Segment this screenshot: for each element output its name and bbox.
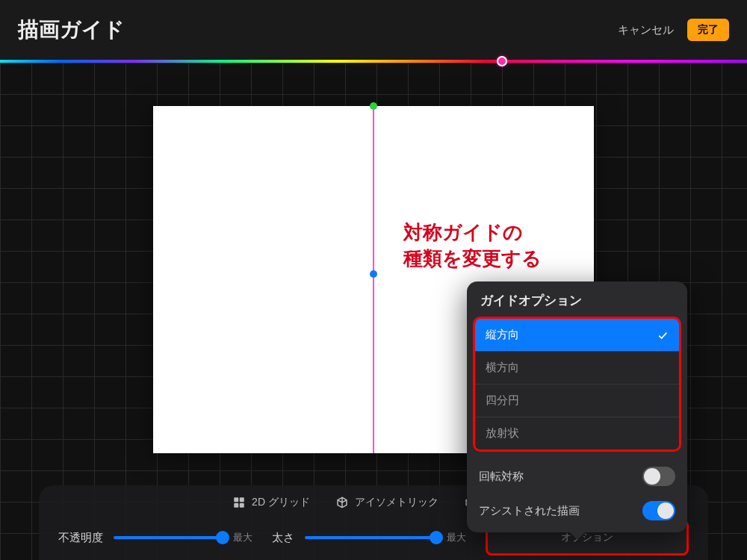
symmetry-center-handle[interactable] (370, 270, 377, 278)
popover-tail (570, 532, 585, 540)
popover-title: ガイドオプション (467, 281, 687, 317)
done-button[interactable]: 完了 (687, 19, 729, 41)
assisted-drawing-label: アシストされた描画 (479, 504, 580, 518)
cube-icon (335, 496, 349, 509)
symmetry-option-radial-label: 放射状 (486, 426, 519, 441)
mode-isometric-label: アイソメトリック (355, 496, 438, 509)
symmetry-guide-line[interactable] (373, 106, 374, 453)
annotation-line2: 種類を変更する (403, 247, 542, 270)
mode-2d-grid-label: 2D グリッド (252, 496, 310, 509)
assisted-drawing-toggle[interactable] (642, 501, 675, 520)
guide-options-popover: ガイドオプション 縦方向 横方向 四分円 放射状 回転対称 アシストされた (467, 281, 687, 532)
symmetry-option-horizontal[interactable]: 横方向 (475, 351, 679, 384)
check-icon (657, 329, 669, 341)
svg-rect-0 (234, 497, 238, 502)
symmetry-option-radial[interactable]: 放射状 (475, 417, 679, 449)
grid-icon (232, 496, 246, 509)
annotation-line1: 対称ガイドの (403, 221, 523, 243)
mode-2d-grid[interactable]: 2D グリッド (232, 496, 310, 509)
cancel-button[interactable]: キャンセル (618, 23, 674, 37)
page-title: 描画ガイド (18, 16, 618, 44)
opacity-thumb[interactable] (216, 531, 229, 544)
top-bar: 描画ガイド キャンセル 完了 (0, 0, 747, 60)
assisted-drawing-row: アシストされた描画 (467, 494, 687, 528)
opacity-slider-block: 不透明度 最大 (58, 531, 252, 545)
thickness-value: 最大 (447, 531, 466, 544)
symmetry-option-quadrant[interactable]: 四分円 (475, 384, 679, 417)
mode-isometric[interactable]: アイソメトリック (335, 496, 438, 509)
svg-rect-1 (240, 497, 244, 502)
opacity-slider[interactable] (114, 536, 223, 539)
canvas-stage: 対称ガイドの 種類を変更する ガイドオプション 縦方向 横方向 四分円 放射状 … (0, 63, 747, 560)
rotational-symmetry-toggle[interactable] (642, 467, 675, 486)
thickness-thumb[interactable] (430, 531, 443, 544)
symmetry-option-vertical-label: 縦方向 (486, 328, 519, 342)
rotational-symmetry-label: 回転対称 (479, 470, 524, 484)
annotation-text: 対称ガイドの 種類を変更する (403, 220, 542, 272)
symmetry-option-horizontal-label: 横方向 (486, 361, 519, 375)
svg-rect-2 (234, 503, 238, 508)
thickness-slider[interactable] (305, 536, 436, 539)
rotational-symmetry-row: 回転対称 (467, 459, 687, 494)
thickness-label: 太さ (272, 531, 294, 545)
symmetry-top-handle[interactable] (370, 102, 377, 110)
opacity-value: 最大 (233, 531, 252, 544)
thickness-slider-block: 太さ 最大 (272, 531, 466, 545)
color-spectrum-slider[interactable] (0, 60, 747, 63)
svg-rect-3 (240, 503, 244, 508)
opacity-label: 不透明度 (58, 531, 103, 545)
symmetry-option-quadrant-label: 四分円 (486, 393, 519, 408)
symmetry-type-list: 縦方向 横方向 四分円 放射状 (473, 317, 681, 452)
symmetry-option-vertical[interactable]: 縦方向 (475, 319, 679, 351)
